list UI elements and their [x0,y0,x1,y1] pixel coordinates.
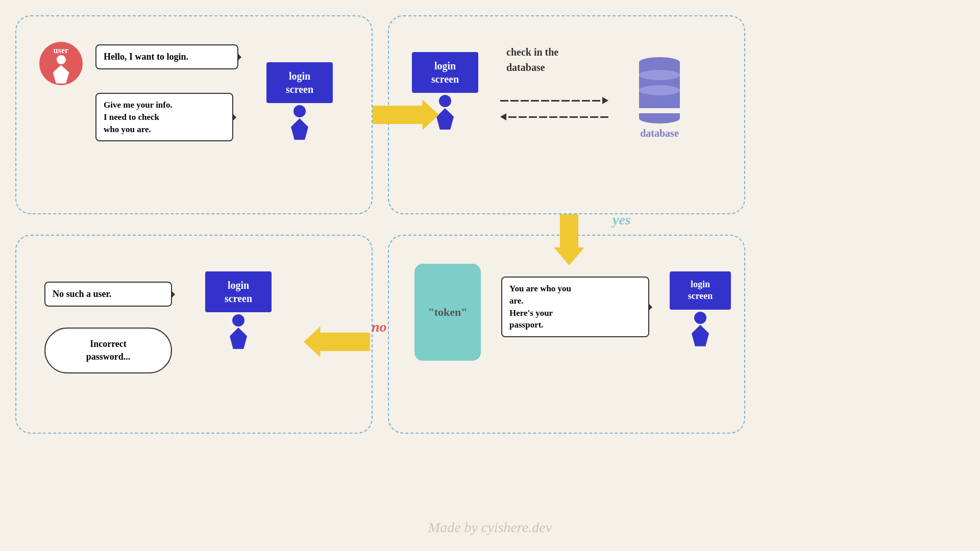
token-label: "token" [428,306,468,319]
login-box-q3: loginscreen [205,271,272,349]
hello-speech-bubble: Hello, I want to login. [95,44,238,69]
person-figure-q3 [230,314,247,349]
db-arrow-right [500,97,608,104]
person-figure-q2 [436,95,454,130]
arrow-q4-to-q3 [304,327,370,357]
quadrant-2: loginscreen check in thedatabase [388,15,745,214]
database-icon: database [639,57,680,139]
user-avatar: user [39,42,83,85]
incorrect-password-bubble: Incorrectpassword... [44,328,172,373]
give-text: Give me your info.I need to checkwho you… [104,100,173,134]
login-label-q2: loginscreen [431,60,459,85]
incorrect-text: Incorrectpassword... [86,339,131,362]
quadrant-1: user Hello, I want to login. Give me you… [15,15,373,214]
no-label: no [372,319,387,335]
login-box-q1: loginscreen [266,62,333,140]
arrow-q1-to-q2 [373,99,439,130]
give-speech-bubble: Give me your info.I need to checkwho you… [95,93,233,141]
db-arrow-left [500,113,608,120]
you-are-text: You are who youare.Here's yourpassport. [509,284,571,330]
person-figure-q1 [291,105,308,140]
login-label-q4: loginscreen [688,279,713,301]
token-card: "token" [414,264,481,361]
login-box-q4: loginscreen [670,271,731,346]
user-label: user [54,46,68,55]
footer-text: Made by cyishere.dev [428,519,552,536]
person-figure-q4 [692,312,709,346]
login-label-q3: loginscreen [225,280,252,304]
check-db-text: check in thedatabase [506,44,558,75]
login-label-q1: loginscreen [286,70,313,95]
you-are-bubble: You are who youare.Here's yourpassport. [501,277,649,337]
yes-label: yes [612,212,631,228]
diagram-container: user Hello, I want to login. Give me you… [0,0,980,551]
no-user-text: No such a user. [53,289,111,299]
no-user-bubble: No such a user. [44,282,172,307]
arrow-q2-to-q4 [554,214,584,265]
database-label: database [639,128,680,139]
hello-text: Hello, I want to login. [104,52,188,62]
